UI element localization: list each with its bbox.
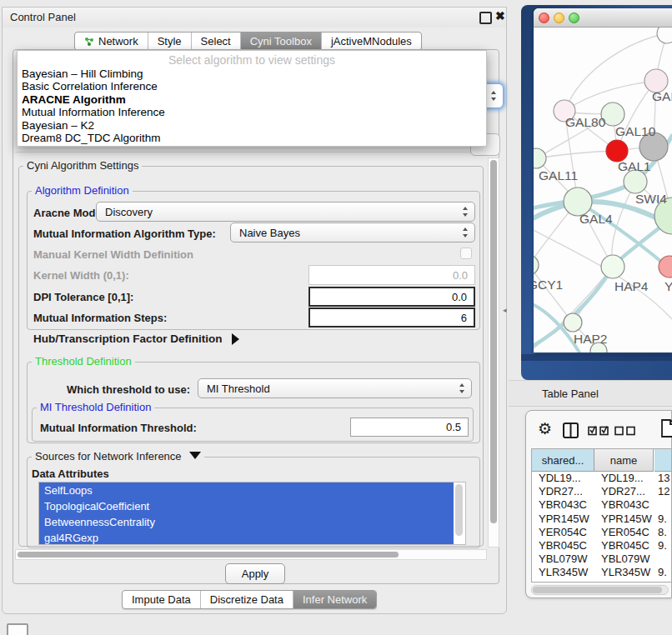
split-columns-icon[interactable] [563, 422, 579, 438]
table-panel-window: ⚙ shared...nameA YDL19...YDL19...13YDR27… [525, 410, 672, 598]
table-row[interactable]: YDL19...YDL19...13 [532, 472, 671, 485]
network-edge[interactable] [534, 265, 573, 322]
collapsed-panel-icon[interactable] [7, 623, 28, 635]
tab-infer-network[interactable]: Infer Network [293, 591, 376, 608]
table-cell: YLR345W [601, 566, 650, 579]
close-button[interactable] [539, 12, 549, 23]
dropdown-item-aracne-algorithm[interactable]: ARACNE Algorithm [18, 93, 486, 106]
panel-collapse-arrow[interactable]: ◂ [503, 306, 507, 314]
tab-label: Cyni Toolbox [250, 32, 312, 50]
attribute-item-topologicalcoefficient[interactable]: TopologicalCoefficient [39, 498, 454, 514]
column-header-a[interactable]: A [654, 449, 672, 472]
hub-section-toggle[interactable]: Hub/Transcription Factor Definition [33, 332, 239, 345]
network-node[interactable] [657, 28, 672, 43]
dpi-tolerance-value: 0.0 [452, 291, 467, 303]
tab-impute-data[interactable]: Impute Data [123, 591, 201, 608]
table-cell: YDR27... [601, 485, 645, 498]
dpi-tolerance-input[interactable]: 0.0 [308, 287, 475, 307]
mi-threshold-label: Mutual Information Threshold: [40, 422, 197, 434]
table-cell: YPR145W [601, 512, 652, 526]
tab-style[interactable]: Style [148, 32, 192, 50]
table-cell: YBL079W [539, 552, 588, 566]
deselect-checkboxes-icon[interactable] [614, 425, 636, 436]
sources-title: Sources for Network Inference [35, 450, 182, 462]
algorithm-dropdown[interactable]: Select algorithm to view settings Bayesi… [17, 50, 487, 147]
table-cell: 9. [658, 539, 667, 552]
table-row[interactable]: YLR345WYLR345W9. [532, 566, 671, 579]
table-cell: YBL079W [601, 552, 650, 566]
attribute-item-gal4rgexp[interactable]: gal4RGexp [39, 530, 454, 545]
table-cell: YBR045C [601, 539, 649, 552]
settings-vertical-scrollbar[interactable] [488, 158, 499, 548]
settings-horizontal-scrollbar[interactable] [15, 549, 487, 560]
stepper-icon [462, 228, 469, 238]
mi-type-value: Naive Bayes [239, 227, 300, 239]
tab-select[interactable]: Select [192, 32, 241, 50]
dropdown-item-mutual-information-inference[interactable]: Mutual Information Inference [18, 106, 486, 118]
tab-network[interactable]: Network [75, 32, 148, 50]
network-node-gcy1[interactable] [534, 255, 539, 275]
aracne-mode-select[interactable]: Discovery [96, 202, 475, 222]
data-attributes-list[interactable]: SelfLoopsTopologicalCoefficientBetweenne… [38, 482, 466, 545]
scrollbar-thumb[interactable] [533, 587, 662, 593]
dropdown-item-bayesian-k2[interactable]: Bayesian – K2 [18, 119, 486, 132]
zoom-button[interactable] [569, 12, 579, 23]
close-icon[interactable]: ✖ [495, 9, 505, 22]
column-header-name[interactable]: name [594, 449, 654, 472]
node-label: GAL11 [539, 168, 578, 182]
scrollbar-thumb[interactable] [18, 552, 399, 558]
table-row[interactable]: YBL079WYBL079W [532, 552, 671, 566]
bottom-tabs: Impute DataDiscretize DataInfer Network [122, 590, 377, 609]
table-row[interactable]: YER054CYER054C8. [532, 526, 671, 539]
network-node-hap4[interactable] [601, 255, 624, 278]
tab-jactivemnodules[interactable]: jActiveMNodules [322, 32, 421, 50]
network-node-gal11[interactable] [534, 148, 546, 168]
control-panel-window: Control Panel ✖ NetworkStyleSelectCyni T… [2, 7, 507, 614]
table-row[interactable]: YBR043CYBR043C [532, 498, 671, 512]
tab-discretize-data[interactable]: Discretize Data [201, 591, 293, 608]
attribute-item-selfloops[interactable]: SelfLoops [39, 482, 454, 498]
table-row[interactable]: YDR27...YDR27...12 [532, 485, 671, 498]
list-scrollbar[interactable] [455, 484, 463, 536]
network-window-titlebar[interactable] [534, 8, 672, 28]
table-row[interactable]: YBR045CYBR045C9. [532, 539, 671, 552]
manual-kernel-checkbox[interactable] [460, 248, 472, 259]
apply-label: Apply [242, 568, 269, 580]
table-row[interactable]: YIL052CYIL052C9 [532, 580, 671, 583]
mi-threshold-input[interactable]: 0.5 [350, 418, 469, 437]
gear-icon[interactable]: ⚙ [538, 419, 552, 438]
node-label: GAL10 [615, 124, 656, 138]
control-panel-titlebar: Control Panel ✖ [3, 8, 506, 28]
threshold-definition-title: Threshold Definition [32, 356, 135, 368]
table-horizontal-scrollbar[interactable] [531, 585, 669, 595]
mi-steps-input[interactable]: 6 [308, 308, 475, 328]
control-panel-tabs: NetworkStyleSelectCyni ToolboxjActiveMNo… [74, 32, 422, 51]
network-node-hap2[interactable] [564, 313, 582, 332]
tab-cyni-toolbox[interactable]: Cyni Toolbox [241, 32, 322, 50]
column-header-shared[interactable]: shared... [532, 449, 594, 472]
float-window-icon[interactable] [479, 12, 492, 24]
table-cell: YIL052C [539, 580, 581, 583]
apply-button[interactable]: Apply [225, 563, 285, 584]
mi-type-select[interactable]: Naive Bayes [230, 222, 475, 242]
kernel-width-input[interactable]: 0.0 [308, 265, 475, 285]
network-canvas[interactable]: GALGAL80GAL10GAL1GAL11SWI4GAL4GCY1HAP4YH… [534, 28, 672, 352]
document-icon[interactable] [661, 419, 672, 438]
sources-toggle[interactable]: Sources for Network Inference [32, 451, 204, 462]
network-node-swi4[interactable] [624, 170, 647, 193]
network-edge[interactable] [612, 182, 635, 267]
dropdown-list: Bayesian – Hill ClimbingBasic Correlatio… [18, 68, 486, 144]
table-row[interactable]: YPR145WYPR145W9. [532, 512, 671, 526]
algorithm-definition-title: Algorithm Definition [32, 185, 133, 197]
dropdown-item-bayesian-hill-climbing[interactable]: Bayesian – Hill Climbing [18, 68, 486, 80]
table-cell: YLR345W [539, 566, 588, 579]
which-threshold-select[interactable]: MI Threshold [198, 378, 472, 398]
tab-label: Discretize Data [210, 591, 283, 608]
attribute-item-betweennesscentrality[interactable]: BetweennessCentrality [39, 514, 454, 530]
table-cell: 12 [658, 485, 669, 498]
dropdown-item-basic-correlation-inference[interactable]: Basic Correlation Inference [18, 80, 486, 92]
select-all-checkboxes-icon[interactable] [588, 425, 609, 436]
minimize-button[interactable] [554, 12, 564, 23]
dropdown-item-dream8-dc-tdc-algorithm[interactable]: Dream8 DC_TDC Algorithm [18, 132, 486, 144]
scrollbar-thumb[interactable] [490, 160, 497, 523]
